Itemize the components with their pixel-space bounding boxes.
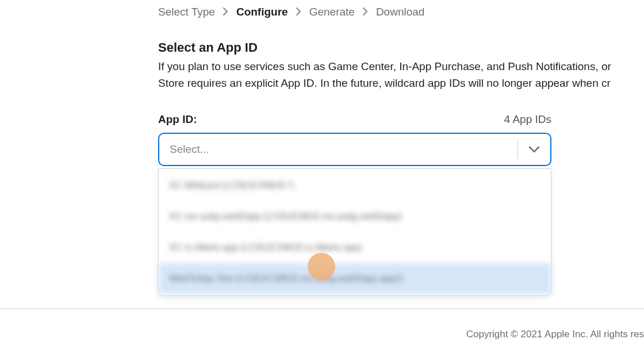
chevron-right-icon <box>296 7 301 17</box>
dropdown-option[interactable]: XC ru iMario app (LC55JCXMU5.ru.iMario.a… <box>159 232 551 263</box>
copyright-text: Copyright © 2021 Apple Inc. All rights r… <box>4 329 644 340</box>
dropdown-option[interactable]: WebToApp Test (LC55JCXMU5.me.autig.webDa… <box>159 263 551 294</box>
breadcrumb-download[interactable]: Download <box>376 6 425 18</box>
chevron-down-icon <box>518 140 540 159</box>
app-id-count: 4 App IDs <box>504 113 551 126</box>
select-placeholder: Select... <box>170 143 209 156</box>
breadcrumb-generate[interactable]: Generate <box>309 6 355 18</box>
app-id-label: App ID: <box>158 113 197 126</box>
footer: Copyright © 2021 Apple Inc. All rights r… <box>0 329 644 340</box>
footer-divider <box>0 309 644 309</box>
dropdown-option[interactable]: XC me autig webDapp (LC55JCMU5.me.autig.… <box>159 201 551 232</box>
section-title: Select an App ID <box>158 40 644 55</box>
section-description: If you plan to use services such as Game… <box>158 59 644 91</box>
chevron-right-icon <box>223 7 228 17</box>
breadcrumb: Select Type Configure Generate Download <box>158 6 644 18</box>
dropdown-option[interactable]: XC Wildcard (LC55JCXMU5.*) <box>159 170 551 201</box>
breadcrumb-select-type[interactable]: Select Type <box>158 6 215 18</box>
chevron-right-icon <box>363 7 368 17</box>
app-id-select[interactable]: Select... <box>158 133 551 166</box>
breadcrumb-configure[interactable]: Configure <box>236 6 288 18</box>
app-id-dropdown: XC Wildcard (LC55JCXMU5.*) XC me autig w… <box>158 168 551 296</box>
